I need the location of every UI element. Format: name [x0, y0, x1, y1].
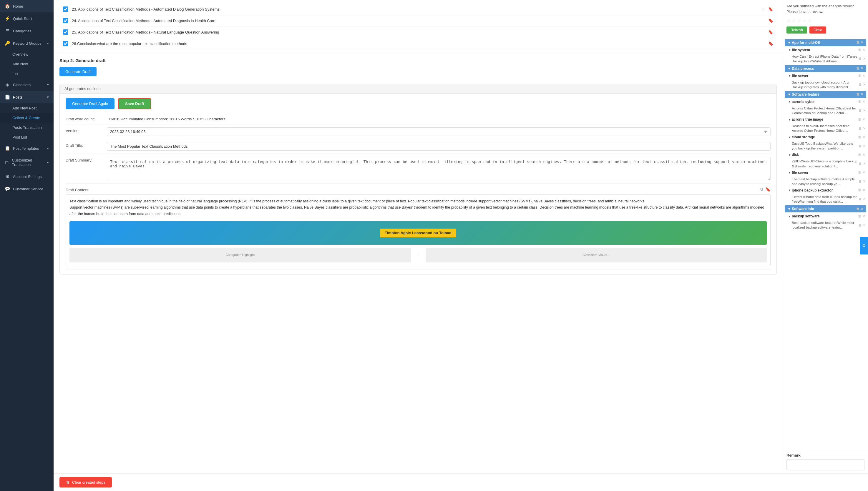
close-icon[interactable]: ✕	[863, 162, 866, 166]
expand-icon-23[interactable]: ⊟	[762, 7, 765, 11]
sidebar-item-overview[interactable]: Overview	[0, 50, 54, 59]
delete-icon[interactable]: 🗑	[859, 179, 862, 183]
clear-button[interactable]: Clear	[809, 27, 826, 33]
star-4[interactable]: ☆	[802, 17, 807, 24]
sidebar-item-home[interactable]: 🏠 Home	[0, 0, 54, 12]
draft-title-input[interactable]	[107, 142, 771, 151]
bookmark-icon-23[interactable]: 🔖	[768, 7, 773, 11]
sidebar-item-add-new[interactable]: Add New	[0, 59, 54, 69]
delete-icon[interactable]: 🗑	[858, 214, 861, 218]
sidebar-item-categories[interactable]: ☰ Categories	[0, 25, 54, 37]
image-btn-1[interactable]: Categories Highlight	[69, 248, 411, 262]
delete-icon[interactable]: 🗑	[856, 40, 860, 45]
sidebar-item-quick-start[interactable]: ⚡ Quick Start	[0, 12, 54, 25]
sidebar-item-classifiers[interactable]: ◈ Classifiers ▾	[0, 79, 54, 91]
tree-item[interactable]: Back up toyour owncloud account.Arq Back…	[783, 79, 868, 90]
save-draft-button[interactable]: Save Draft	[118, 98, 151, 109]
delete-icon[interactable]: 🗑	[859, 57, 862, 61]
star-5[interactable]: ☆	[808, 17, 812, 24]
tree-group[interactable]: ▾ iphone backup extractor 🗑 ✕	[783, 187, 868, 194]
delete-icon[interactable]: 🗑	[859, 197, 862, 201]
close-icon[interactable]: ✕	[862, 188, 865, 192]
tree-item[interactable]: Best backup software featuresWhile most …	[783, 220, 868, 231]
bookmark-icon-24[interactable]: 🔖	[768, 18, 773, 23]
delete-icon[interactable]: 🗑	[858, 100, 861, 104]
bookmark-icon-25[interactable]: 🔖	[768, 30, 773, 34]
tree-group[interactable]: ▾ acronis cyber 🗑 ✕	[783, 98, 868, 105]
generate-draft-again-button[interactable]: Generate Draft Again	[66, 98, 114, 109]
version-select[interactable]: 2023-02-23 16:49:03	[107, 127, 771, 136]
tree-item[interactable]: Reasons to avoid- Increases boot time Ac…	[783, 123, 868, 134]
tree-group[interactable]: ▾ disk 🗑 ✕	[783, 151, 868, 158]
sidebar-item-post-templates[interactable]: 📋 Post Templates ▾	[0, 142, 54, 154]
close-icon[interactable]: ✕	[862, 214, 865, 218]
close-icon[interactable]: ✕	[863, 109, 866, 112]
close-icon[interactable]: ✕	[862, 118, 865, 121]
sidebar-item-customized-translation[interactable]: ◻ Customized Translation ▾	[0, 154, 54, 170]
tree-item[interactable]: How Can I Extract iPhone Data from iTune…	[783, 53, 868, 64]
close-icon[interactable]: ✕	[863, 83, 866, 86]
sidebar-item-post-list[interactable]: Post List	[0, 133, 54, 142]
close-icon[interactable]: ✕	[863, 126, 866, 130]
delete-icon[interactable]: 🗑	[858, 153, 861, 157]
delete-icon[interactable]: 🗑	[859, 144, 862, 148]
close-icon[interactable]: ✕	[863, 57, 866, 61]
delete-icon[interactable]: 🗑	[858, 135, 861, 139]
star-3[interactable]: ☆	[797, 17, 801, 24]
tree-item[interactable]: EaseUS Todo BackupWhat We Like Lets you …	[783, 140, 868, 151]
delete-icon[interactable]: 🗑	[858, 171, 861, 174]
tree-group[interactable]: ▾ file server 🗑 ✕	[783, 73, 868, 79]
tree-category[interactable]: ▾ Software info 🗑 ✕	[785, 205, 866, 212]
close-icon[interactable]: ✕	[862, 48, 865, 52]
close-icon[interactable]: ✕	[862, 135, 865, 139]
tree-category[interactable]: ▾ Software feature 🗑 ✕	[785, 91, 866, 98]
delete-icon[interactable]: 🗑	[859, 109, 862, 112]
checklist-checkbox-23[interactable]	[63, 6, 68, 12]
sidebar-item-customer-service[interactable]: 💬 Customer Service	[0, 183, 54, 195]
close-icon[interactable]: ✕	[862, 153, 865, 157]
bookmark-icon-26[interactable]: 🔖	[768, 41, 773, 46]
delete-icon[interactable]: 🗑	[859, 223, 862, 227]
delete-icon[interactable]: 🗑	[858, 188, 861, 192]
close-icon[interactable]: ✕	[863, 197, 866, 201]
sidebar-item-collect-create[interactable]: Collect & Create	[0, 113, 54, 123]
close-icon[interactable]: ✕	[861, 207, 863, 211]
checklist-checkbox-25[interactable]	[63, 29, 68, 35]
close-icon[interactable]: ✕	[862, 100, 865, 104]
delete-icon[interactable]: 🗑	[856, 207, 860, 211]
sidebar-item-posts[interactable]: 📄 Posts ▾	[0, 91, 54, 103]
close-icon[interactable]: ✕	[862, 171, 865, 174]
star-2[interactable]: ☆	[792, 17, 796, 24]
tree-item[interactable]: 2)BDRSuiteBDRSuite is a complete backup …	[783, 158, 868, 169]
tree-item[interactable]: Acronis Cyber Protect Home OfficeBest fo…	[783, 105, 868, 116]
sidebar-item-list[interactable]: List	[0, 69, 54, 79]
delete-icon[interactable]: 🗑	[858, 74, 861, 78]
close-icon[interactable]: ✕	[861, 66, 863, 70]
close-icon[interactable]: ✕	[863, 179, 866, 183]
bookmark-icon[interactable]: 🔖	[765, 187, 771, 192]
settings-fab[interactable]: ⚙	[860, 237, 868, 255]
tree-group[interactable]: ▾ cloud storage 🗑 ✕	[783, 134, 868, 140]
tree-group[interactable]: ▾ file system 🗑 ✕	[783, 47, 868, 53]
close-icon[interactable]: ✕	[863, 144, 866, 148]
close-icon[interactable]: ✕	[861, 92, 863, 96]
draft-summary-textarea[interactable]: Text classification is a process of orga…	[107, 157, 771, 180]
delete-icon[interactable]: 🗑	[859, 83, 862, 86]
close-icon[interactable]: ✕	[863, 223, 866, 227]
delete-icon[interactable]: 🗑	[858, 48, 861, 52]
star-1[interactable]: ☆	[786, 17, 791, 24]
sidebar-item-keyword-groups[interactable]: 🔑 Keyword Groups ▾	[0, 37, 54, 50]
tree-item[interactable]: Extract iPhone data from iTunes backup f…	[783, 194, 868, 205]
copy-icon[interactable]: ⧉	[760, 187, 763, 192]
tree-group[interactable]: ▾ acronis true image 🗑 ✕	[783, 116, 868, 123]
tree-group[interactable]: ▾ file server 🗑 ✕	[783, 169, 868, 176]
remark-input[interactable]	[786, 459, 865, 470]
ai-outline-tab[interactable]: AI generates outlines	[60, 84, 777, 93]
close-icon[interactable]: ✕	[861, 40, 863, 45]
sidebar-item-posts-translation[interactable]: Posts Translation	[0, 123, 54, 133]
sidebar-item-add-new-post[interactable]: Add New Post	[0, 103, 54, 113]
delete-icon[interactable]: 🗑	[858, 118, 861, 121]
tree-item[interactable]: The best backup software makes it simple…	[783, 176, 868, 187]
sidebar-item-account-settings[interactable]: ⚙ Account Settings	[0, 170, 54, 183]
delete-icon[interactable]: 🗑	[856, 66, 860, 70]
